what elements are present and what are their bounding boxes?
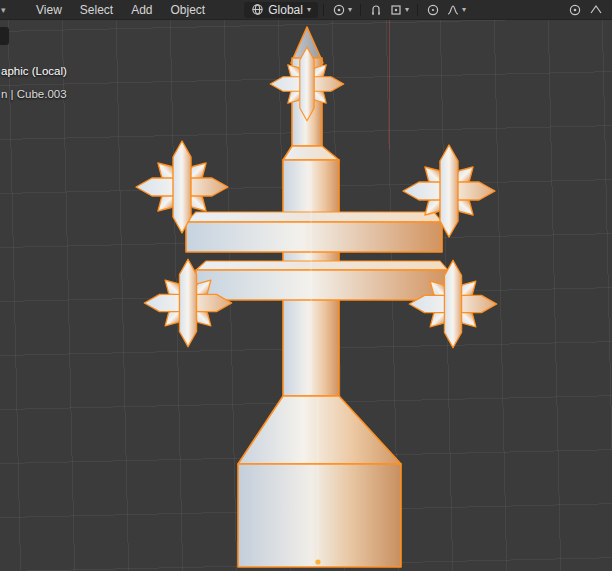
- 3d-viewport[interactable]: aphic (Local) n | Cube.003: [0, 19, 612, 571]
- selected-object-cube003[interactable]: [136, 27, 497, 567]
- chevron-down-icon: ▾: [462, 6, 466, 14]
- transform-orientation-value: Global: [268, 3, 303, 17]
- falloff-curve-icon: [446, 3, 460, 17]
- viewport-canvas[interactable]: [0, 19, 612, 571]
- snap-settings-dropdown[interactable]: ▾: [386, 2, 412, 18]
- chevron-down-icon: ▾: [405, 6, 409, 14]
- header-menus: View Select Add Object: [27, 3, 214, 17]
- header-separator: [360, 4, 361, 16]
- base-prism: [238, 464, 401, 567]
- base-funnel: [238, 396, 401, 464]
- proportional-editing-toggle[interactable]: [423, 2, 443, 18]
- proportional-falloff-dropdown[interactable]: ▾: [443, 2, 469, 18]
- header-separator: [417, 4, 418, 16]
- upper-arm-top-face: [186, 212, 442, 222]
- blender-window: ▾ View Select Add Object Global ▾ ▾: [0, 0, 612, 571]
- header-right-icons: [568, 0, 612, 19]
- menu-add[interactable]: Add: [122, 3, 161, 17]
- lower-arm: [196, 270, 448, 300]
- menu-select[interactable]: Select: [71, 3, 122, 17]
- snowflake-star-top: [270, 47, 344, 121]
- transform-orientation-dropdown[interactable]: Global ▾: [244, 2, 318, 18]
- editor-type-chevron-icon[interactable]: ▾: [1, 5, 11, 15]
- menu-object[interactable]: Object: [162, 3, 215, 17]
- upper-arm: [186, 222, 442, 252]
- shading-partial-icon[interactable]: [568, 3, 582, 17]
- lower-arm-top-face: [196, 261, 448, 270]
- orientation-globe-icon: [251, 3, 264, 16]
- header-separator: [323, 4, 324, 16]
- chevron-down-icon: ▾: [348, 6, 352, 14]
- menu-view[interactable]: View: [27, 3, 71, 17]
- pivot-point-dropdown[interactable]: ▾: [329, 2, 355, 18]
- proportional-editing-icon: [426, 3, 440, 17]
- shaft-collar: [283, 146, 339, 160]
- overlay-partial-icon[interactable]: [589, 3, 603, 17]
- snap-toggle-button[interactable]: [366, 2, 386, 18]
- object-origin-dot: [315, 559, 320, 564]
- snap-target-icon: [389, 3, 403, 17]
- magnet-icon: [369, 3, 383, 17]
- chevron-down-icon: ▾: [307, 6, 311, 14]
- pivot-point-icon: [332, 3, 346, 17]
- viewport-header: ▾ View Select Add Object Global ▾ ▾: [0, 0, 612, 20]
